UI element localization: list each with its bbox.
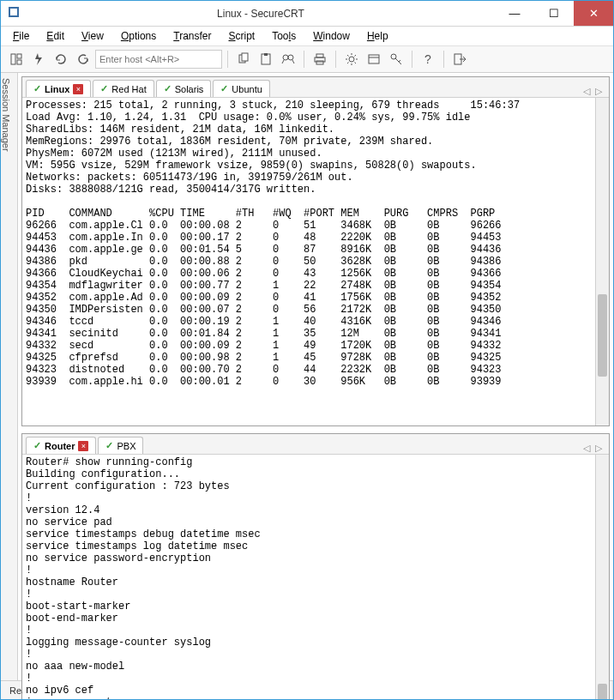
menu-script[interactable]: Script — [222, 28, 262, 44]
minimize-button[interactable]: — — [495, 1, 534, 26]
menu-window[interactable]: Window — [306, 28, 357, 44]
print-icon[interactable] — [310, 49, 330, 69]
tab-scroll-left-icon[interactable]: ◁ — [583, 86, 590, 97]
separator — [304, 51, 304, 68]
quick-connect-icon[interactable] — [28, 49, 49, 69]
top-panel: ✓Linux× ✓Red Hat ✓Solaris ✓Ubuntu ◁▷ Pro… — [21, 76, 610, 426]
toolbar: ? — [1, 45, 613, 73]
tab-scroll-left-icon[interactable]: ◁ — [583, 443, 590, 454]
help-icon[interactable]: ? — [418, 49, 438, 69]
tab-label: Linux — [45, 84, 69, 94]
svg-rect-3 — [17, 54, 21, 58]
check-icon: ✓ — [100, 83, 108, 94]
svg-line-12 — [292, 60, 294, 63]
menu-transfer[interactable]: Transfer — [166, 28, 218, 44]
tab-ubuntu[interactable]: ✓Ubuntu — [213, 80, 269, 97]
session-manager-tab[interactable]: Session Manager — [1, 73, 18, 680]
menu-view[interactable]: View — [75, 28, 111, 44]
disconnect-icon[interactable] — [73, 49, 93, 69]
tab-pbx[interactable]: ✓PBX — [98, 437, 143, 454]
bottom-tabbar: ✓Router× ✓PBX ◁▷ — [22, 434, 609, 455]
menu-edit[interactable]: Edit — [39, 28, 71, 44]
copy-icon[interactable] — [233, 49, 254, 69]
paste-icon[interactable] — [256, 49, 276, 69]
host-input[interactable] — [95, 50, 222, 69]
reconnect-icon[interactable] — [51, 49, 71, 69]
tab-label: Solaris — [175, 84, 204, 94]
tab-scroll-right-icon[interactable]: ▷ — [595, 443, 602, 454]
separator — [227, 51, 228, 68]
tab-scroll-right-icon[interactable]: ▷ — [595, 86, 602, 97]
menu-file[interactable]: File — [6, 28, 36, 44]
app-icon — [1, 5, 27, 21]
separator — [335, 51, 336, 68]
tab-router[interactable]: ✓Router× — [26, 437, 96, 454]
tab-redhat[interactable]: ✓Red Hat — [93, 80, 154, 97]
bottom-panel: ✓Router× ✓PBX ◁▷ Router# show running-co… — [21, 433, 610, 700]
separator — [412, 51, 412, 68]
svg-line-21 — [399, 60, 400, 62]
settings-icon[interactable] — [341, 49, 362, 69]
menu-tools[interactable]: Tools — [265, 28, 303, 44]
key-icon[interactable] — [386, 49, 406, 69]
session-manager-icon[interactable] — [6, 49, 27, 69]
close-icon[interactable]: × — [78, 441, 88, 451]
tab-label: Red Hat — [111, 84, 146, 94]
svg-rect-1 — [10, 9, 17, 15]
terminal-top[interactable]: Processes: 215 total, 2 running, 3 stuck… — [22, 98, 609, 425]
svg-line-11 — [282, 60, 284, 63]
menubar: File Edit View Options Transfer Script T… — [1, 27, 613, 45]
tab-solaris[interactable]: ✓Solaris — [156, 80, 212, 97]
svg-rect-6 — [242, 53, 248, 61]
check-icon: ✓ — [220, 83, 228, 94]
separator — [443, 51, 444, 68]
svg-line-20 — [395, 58, 401, 64]
scrollbar[interactable] — [595, 98, 609, 425]
new-session-icon[interactable] — [364, 49, 384, 69]
menu-help[interactable]: Help — [360, 28, 395, 44]
maximize-button[interactable]: ☐ — [534, 1, 574, 26]
scrollbar[interactable] — [595, 455, 609, 700]
check-icon: ✓ — [33, 83, 41, 94]
check-icon: ✓ — [105, 440, 113, 451]
menu-options[interactable]: Options — [114, 28, 163, 44]
svg-text:?: ? — [424, 52, 431, 66]
find-icon[interactable] — [278, 49, 298, 69]
svg-rect-4 — [17, 60, 21, 64]
tab-label: PBX — [117, 441, 135, 451]
close-icon[interactable]: × — [73, 84, 83, 94]
tab-linux[interactable]: ✓Linux× — [26, 80, 91, 97]
svg-rect-13 — [316, 54, 323, 57]
titlebar: Linux - SecureCRT — ☐ ✕ — [1, 1, 613, 27]
svg-rect-8 — [264, 53, 268, 56]
top-tabbar: ✓Linux× ✓Red Hat ✓Solaris ✓Ubuntu ◁▷ — [22, 77, 609, 98]
close-button[interactable]: ✕ — [574, 1, 613, 26]
terminal-bottom[interactable]: Router# show running-config Building con… — [22, 455, 609, 700]
check-icon: ✓ — [164, 83, 172, 94]
svg-point-10 — [288, 55, 293, 60]
exit-icon[interactable] — [449, 49, 470, 69]
svg-point-9 — [283, 55, 288, 60]
window-title: Linux - SecureCRT — [27, 8, 495, 20]
svg-point-16 — [349, 57, 354, 62]
svg-rect-2 — [11, 54, 15, 64]
tab-label: Router — [45, 441, 75, 451]
tab-label: Ubuntu — [232, 84, 262, 94]
svg-rect-17 — [369, 55, 379, 63]
check-icon: ✓ — [33, 440, 41, 451]
